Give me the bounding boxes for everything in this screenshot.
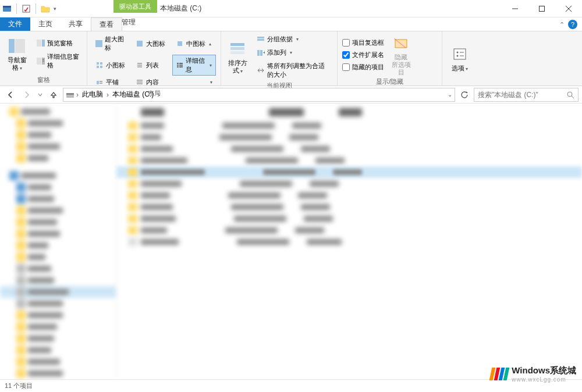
watermark-url: www.wxcLgg.com xyxy=(512,376,576,383)
layout-medium-icons[interactable]: 中图标▴ xyxy=(172,34,216,54)
svg-rect-21 xyxy=(100,66,102,68)
details-pane-button[interactable]: 详细信息窗格 xyxy=(34,51,82,71)
ribbon-group-panes: 导航窗格▾ 预览窗格 详细信息窗格 窗格 xyxy=(0,31,87,85)
size-all-columns-button[interactable]: 将所有列调整为合适的大小 xyxy=(254,60,332,80)
group-label-show-hide: 显示/隐藏 xyxy=(342,76,437,86)
folder-icon[interactable] xyxy=(41,4,50,13)
back-button[interactable] xyxy=(3,88,17,102)
address-dropdown-icon[interactable]: ⌄ xyxy=(448,91,452,98)
chevron-right-icon[interactable]: › xyxy=(107,91,109,99)
add-columns-button[interactable]: + 添加列▾ xyxy=(254,47,332,58)
svg-rect-10 xyxy=(42,40,45,47)
group-by-icon xyxy=(257,35,265,44)
refresh-button[interactable] xyxy=(457,88,471,101)
medium-icons-icon xyxy=(176,40,184,48)
svg-rect-18 xyxy=(97,62,99,65)
hide-selected-button[interactable]: 隐藏所选项目 xyxy=(389,34,413,76)
hidden-items-toggle[interactable]: 隐藏的项目 xyxy=(342,62,384,73)
svg-rect-7 xyxy=(9,39,15,53)
watermark: Windows系统城 www.wxcLgg.com xyxy=(491,365,576,383)
item-count: 11 个项目 xyxy=(5,382,33,390)
add-columns-icon: + xyxy=(257,49,265,57)
svg-rect-43 xyxy=(260,50,262,56)
layout-large-icons[interactable]: 大图标 xyxy=(132,34,169,54)
svg-rect-27 xyxy=(177,65,179,66)
chevron-right-icon[interactable]: › xyxy=(76,91,79,99)
up-button[interactable] xyxy=(47,88,61,102)
svg-rect-30 xyxy=(179,66,183,67)
layout-content[interactable]: 内容 xyxy=(132,77,169,88)
svg-rect-28 xyxy=(179,65,183,66)
svg-rect-4 xyxy=(540,6,545,12)
contextual-tab-header: 驱动器工具 xyxy=(113,0,157,13)
svg-rect-15 xyxy=(95,40,102,47)
layout-extra-large-icons[interactable]: 超大图标 xyxy=(92,34,129,54)
options-button[interactable]: 选项▾ xyxy=(447,34,473,83)
maximize-button[interactable] xyxy=(528,0,555,17)
close-button[interactable] xyxy=(555,0,582,17)
svg-rect-8 xyxy=(15,39,25,53)
preview-pane-button[interactable]: 预览窗格 xyxy=(34,38,82,49)
ribbon-group-layout: 超大图标 大图标 中图标▴ 小图标 列表 详细信息▾ 平铺 内容 ▾ 布局 xyxy=(87,31,221,85)
item-checkboxes-toggle[interactable]: 项目复选框 xyxy=(342,37,384,48)
layout-details[interactable]: 详细信息▾ xyxy=(172,55,216,76)
layout-more[interactable]: ▾ xyxy=(172,77,216,88)
tab-manage[interactable]: 管理 xyxy=(113,17,152,27)
ribbon-collapse-area: ⌃ ? xyxy=(559,20,577,29)
details-icon xyxy=(176,61,183,69)
svg-rect-11 xyxy=(37,58,41,65)
svg-rect-29 xyxy=(177,66,179,67)
forward-button[interactable] xyxy=(20,88,34,102)
svg-rect-25 xyxy=(177,63,179,64)
svg-rect-37 xyxy=(230,43,244,46)
window-title: 本地磁盘 (C:) xyxy=(160,3,201,13)
svg-rect-39 xyxy=(230,51,244,54)
svg-rect-9 xyxy=(37,40,41,47)
group-by-button[interactable]: 分组依据▾ xyxy=(254,34,332,45)
address-input[interactable]: › 此电脑 › 本地磁盘 (C:) › ⌄ xyxy=(63,88,455,102)
navigation-pane-button[interactable]: 导航窗格▾ xyxy=(5,34,30,74)
tab-share[interactable]: 共享 xyxy=(61,17,91,31)
tab-home[interactable]: 主页 xyxy=(30,17,61,31)
recent-locations-button[interactable] xyxy=(36,88,44,102)
search-input[interactable] xyxy=(478,91,566,99)
collapse-ribbon-icon[interactable]: ⌃ xyxy=(559,21,565,28)
svg-rect-54 xyxy=(66,93,74,95)
ribbon-group-current-view: 排序方式▾ 分组依据▾ + 添加列▾ 将所有列调整为合适的大小 当前视图 xyxy=(221,31,338,85)
window-controls xyxy=(502,0,582,17)
svg-rect-42 xyxy=(257,50,260,56)
svg-line-56 xyxy=(572,96,574,98)
qat-dropdown-icon[interactable]: ▾ xyxy=(54,6,56,12)
tab-file[interactable]: 文件 xyxy=(0,17,30,31)
layout-list[interactable]: 列表 xyxy=(132,55,169,76)
content-icon xyxy=(136,79,144,87)
size-columns-icon xyxy=(257,66,265,74)
svg-point-49 xyxy=(457,51,459,53)
layout-small-icons[interactable]: 小图标 xyxy=(92,55,129,76)
sort-by-button[interactable]: 排序方式▾ xyxy=(226,34,250,80)
help-icon[interactable]: ? xyxy=(568,20,577,29)
quick-access-toolbar: ▾ xyxy=(0,3,59,14)
list-icon xyxy=(136,61,144,69)
chevron-right-icon[interactable]: › xyxy=(157,91,159,99)
properties-icon[interactable] xyxy=(22,4,31,13)
navigation-tree[interactable] xyxy=(0,104,116,380)
ribbon: 导航窗格▾ 预览窗格 详细信息窗格 窗格 超大图标 大图标 中图标▴ 小图标 xyxy=(0,31,582,86)
file-list[interactable] xyxy=(116,104,582,380)
svg-rect-26 xyxy=(179,63,183,64)
preview-pane-icon xyxy=(37,39,45,47)
qat-separator xyxy=(36,3,36,14)
search-box[interactable] xyxy=(474,88,579,102)
search-icon[interactable] xyxy=(566,91,574,99)
svg-rect-20 xyxy=(97,66,99,68)
group-label-panes: 窗格 xyxy=(5,74,82,84)
breadcrumb-this-pc[interactable]: 此电脑 xyxy=(81,90,104,99)
minimize-button[interactable] xyxy=(502,0,528,17)
file-extensions-toggle[interactable]: 文件扩展名 xyxy=(342,49,384,60)
breadcrumb-drive[interactable]: 本地磁盘 (C:) xyxy=(111,90,155,99)
svg-rect-38 xyxy=(230,47,244,50)
ribbon-group-options: 选项▾ xyxy=(442,31,477,85)
large-icons-icon xyxy=(136,40,144,48)
layout-tiles[interactable]: 平铺 xyxy=(92,77,129,88)
extra-large-icons-icon xyxy=(95,40,102,48)
